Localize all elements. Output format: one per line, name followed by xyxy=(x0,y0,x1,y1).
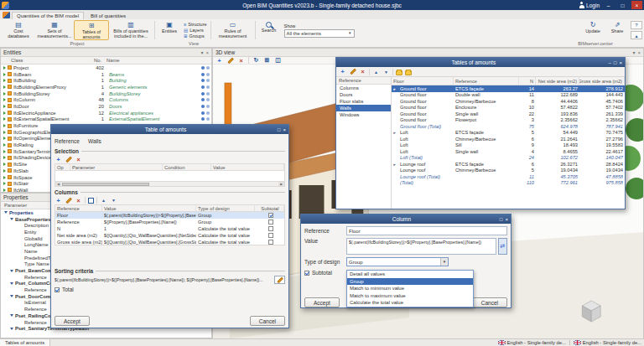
login-button[interactable]: Login xyxy=(579,2,600,8)
expand-icon[interactable] xyxy=(3,131,6,134)
collapse-icon[interactable] xyxy=(10,295,13,297)
value-field[interactable]: $(.parent(IfcBuildingStorey))>$([Propert… xyxy=(346,238,496,255)
panel-close-icon[interactable]: × xyxy=(205,50,209,55)
export-folder-icon[interactable] xyxy=(405,70,412,75)
rules-of-measurement-button[interactable]: ▭ Rules of measurement xyxy=(213,20,253,40)
reference-field[interactable]: Floor xyxy=(346,226,507,235)
minimize-icon[interactable]: – xyxy=(609,60,611,65)
visibility-icon[interactable] xyxy=(201,111,205,115)
accept-button[interactable]: Accept xyxy=(304,297,340,307)
close-icon[interactable]: × xyxy=(283,127,286,132)
collapse-icon[interactable] xyxy=(10,328,13,330)
visibility-icon[interactable] xyxy=(201,105,205,108)
expand-icon[interactable] xyxy=(3,98,6,101)
move-down-icon[interactable]: ▼ xyxy=(382,68,390,75)
subtotal-checkbox[interactable] xyxy=(268,233,273,238)
table-row[interactable]: Ground floor Chimney/Barbecue 8 44.4406 … xyxy=(392,98,625,105)
minimize-button[interactable]: – xyxy=(603,1,614,9)
collapse-icon[interactable] xyxy=(4,211,8,214)
table-row[interactable]: Lounge roof (Total) 11 45.3705 47.8858 xyxy=(392,173,625,180)
selection-table-body[interactable] xyxy=(55,171,285,182)
lock-icon[interactable] xyxy=(206,79,210,82)
tree-item[interactable]: IfcDoor 20 Doors xyxy=(1,103,211,110)
table-row[interactable]: Loft ETCS façade 5 54.449 70.7475 xyxy=(392,130,625,137)
table-row[interactable]: Ground floor (Total) 75 624.978 787.941 xyxy=(392,123,625,130)
list-item[interactable]: Doors xyxy=(336,91,391,98)
pin-icon[interactable]: ▾ xyxy=(632,49,635,55)
search-button[interactable]: Search xyxy=(257,20,281,40)
subtotal-checkbox[interactable] xyxy=(268,213,273,218)
lock-icon[interactable] xyxy=(206,66,210,70)
edit-icon[interactable] xyxy=(65,156,72,163)
groups-button[interactable]: ⊞Groups xyxy=(182,34,209,39)
expand-icon[interactable] xyxy=(3,111,6,115)
subtotal-checkbox[interactable] xyxy=(268,219,273,225)
edit-sorting-button[interactable] xyxy=(274,276,285,284)
total-checkbox[interactable] xyxy=(55,287,60,292)
table-row[interactable]: Lounge roof ETCS façade 6 26.3271 28.842… xyxy=(392,161,625,168)
table-row[interactable]: Ground floor Enclosure 10 57.4822 57.740… xyxy=(392,105,625,111)
horizontal-scrollbar[interactable]: ◀ ▶ xyxy=(55,182,285,187)
subtotal-checkbox[interactable] xyxy=(268,240,273,245)
table-row[interactable]: Gross side area (m2) $([Quantity].[Qto_W… xyxy=(55,239,285,245)
tree-item[interactable]: IfcBuilding 1 Building xyxy=(1,77,211,84)
add-icon[interactable]: + xyxy=(55,197,62,204)
bills-of-quantities-button[interactable]: ▥ Bills of quantities included in the... xyxy=(109,20,153,40)
list-item[interactable]: Columns xyxy=(336,85,391,91)
entities-button[interactable]: ▣ Entities xyxy=(157,20,182,40)
expand-icon[interactable] xyxy=(3,124,6,127)
tab-quantities-of-bim-model[interactable]: Quantities of the BIM model xyxy=(12,12,84,19)
collapse-icon[interactable] xyxy=(10,218,13,220)
table-row[interactable]: N 1 Calculate the total value xyxy=(55,225,285,232)
table-row[interactable]: Loft Single wall 4 8.4655 22.4617 xyxy=(392,148,625,155)
delete-icon[interactable]: × xyxy=(75,197,82,204)
expand-icon[interactable] xyxy=(3,156,6,159)
expand-icon[interactable] xyxy=(3,105,6,108)
tables-of-amounts-button[interactable]: ⊞ Tables of amounts xyxy=(74,20,109,40)
maximize-icon[interactable]: □ xyxy=(500,217,503,222)
list-item[interactable]: Walls xyxy=(336,105,391,111)
views-icon[interactable]: ◫ xyxy=(274,57,282,65)
structure-button[interactable]: ≡Structure xyxy=(182,22,209,27)
tree-item[interactable]: IfcBuildingElementProxy 1 Generic elemen… xyxy=(1,84,211,90)
tab-bill-of-quantities[interactable]: Bill of quantities xyxy=(86,12,131,19)
visibility-icon[interactable] xyxy=(201,85,205,89)
collapse-icon[interactable] xyxy=(10,270,13,272)
tree-item[interactable]: IfcBuildingStorey 4 BuildingStorey xyxy=(1,90,211,97)
edit-icon[interactable] xyxy=(226,57,234,65)
visibility-icon[interactable] xyxy=(201,117,205,121)
expand-icon[interactable] xyxy=(3,176,6,179)
insert-field-button[interactable]: ⇄ xyxy=(498,238,507,255)
pin-icon[interactable]: ▾ xyxy=(200,49,203,55)
visibility-icon[interactable] xyxy=(201,98,205,101)
subtotal-checkbox[interactable] xyxy=(268,226,273,231)
expand-icon[interactable] xyxy=(3,117,6,121)
table-row[interactable]: Ground floor ETCS façade 14 263.27 278.9… xyxy=(392,85,625,92)
scroll-left-icon[interactable]: ◀ xyxy=(55,182,61,186)
show-elements-select[interactable]: All the elements ▼ xyxy=(284,29,355,38)
share-button[interactable]: ⇗ Share xyxy=(605,20,629,40)
expand-icon[interactable] xyxy=(3,137,6,140)
maximize-icon[interactable]: □ xyxy=(278,127,281,132)
dropdown-option[interactable]: Group xyxy=(347,278,473,286)
import-folder-icon[interactable] xyxy=(396,70,402,75)
edit-icon[interactable] xyxy=(65,197,72,204)
panel-close-icon[interactable]: × xyxy=(637,50,641,55)
scrollbar-thumb[interactable] xyxy=(62,183,149,186)
tree-item[interactable]: Project 402 xyxy=(1,65,211,71)
visibility-icon[interactable] xyxy=(201,73,205,76)
dropdown-option[interactable]: Calculate the total value xyxy=(347,299,473,307)
refresh-icon[interactable]: ↻ xyxy=(252,57,260,65)
language-selector[interactable]: English - Single-family de... xyxy=(498,340,566,345)
dropdown-option[interactable]: Match to maximum value xyxy=(347,292,473,300)
close-icon[interactable]: × xyxy=(505,217,508,222)
table-row[interactable]: Ground floor Single wall 22 193.836 261.… xyxy=(392,111,625,117)
copy-icon[interactable] xyxy=(88,198,94,204)
edit-icon[interactable] xyxy=(349,68,356,75)
docked-tab-tables-of-amounts[interactable]: Tables of amounts xyxy=(0,339,50,346)
accept-button[interactable]: Accept xyxy=(55,316,90,326)
expand-icon[interactable] xyxy=(3,66,6,70)
dropdown-option[interactable]: Match to minimum value xyxy=(347,285,473,292)
table-row[interactable]: Lounge roof Chimney/Barbecue 5 19.0434 1… xyxy=(392,168,625,174)
table-row[interactable]: Reference $([Property].[BaseProperties].… xyxy=(55,219,285,225)
